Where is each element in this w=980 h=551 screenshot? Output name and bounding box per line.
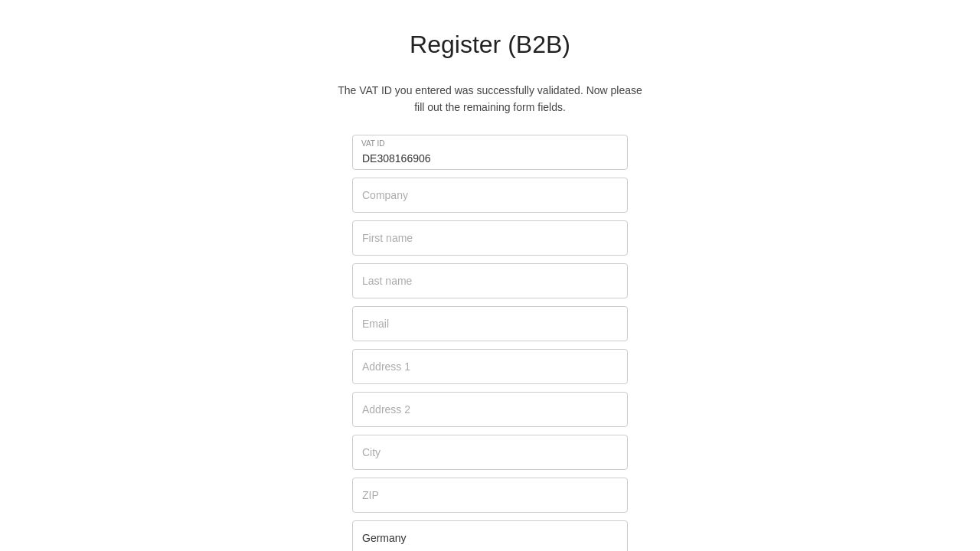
city-input[interactable] xyxy=(352,435,628,470)
address1-wrapper xyxy=(352,349,628,384)
first-name-wrapper xyxy=(352,220,628,256)
info-line2: fill out the remaining form fields. xyxy=(414,101,566,113)
vat-id-wrapper: VAT ID xyxy=(352,135,628,170)
registration-form: VAT ID xyxy=(352,135,628,551)
zip-wrapper xyxy=(352,478,628,513)
address2-input[interactable] xyxy=(352,392,628,427)
page-container: Register (B2B) The VAT ID you entered wa… xyxy=(0,0,980,551)
country-wrapper xyxy=(352,520,628,551)
last-name-input[interactable] xyxy=(352,263,628,298)
first-name-input[interactable] xyxy=(352,220,628,256)
zip-input[interactable] xyxy=(352,478,628,513)
email-input[interactable] xyxy=(352,306,628,341)
last-name-wrapper xyxy=(352,263,628,298)
vat-id-input[interactable] xyxy=(352,135,628,170)
page-title: Register (B2B) xyxy=(410,31,570,59)
info-text: The VAT ID you entered was successfully … xyxy=(338,82,642,116)
email-wrapper xyxy=(352,306,628,341)
address2-wrapper xyxy=(352,392,628,427)
city-wrapper xyxy=(352,435,628,470)
country-input[interactable] xyxy=(352,520,628,551)
company-wrapper xyxy=(352,178,628,213)
info-line1: The VAT ID you entered was successfully … xyxy=(338,84,642,96)
address1-input[interactable] xyxy=(352,349,628,384)
company-input[interactable] xyxy=(352,178,628,213)
